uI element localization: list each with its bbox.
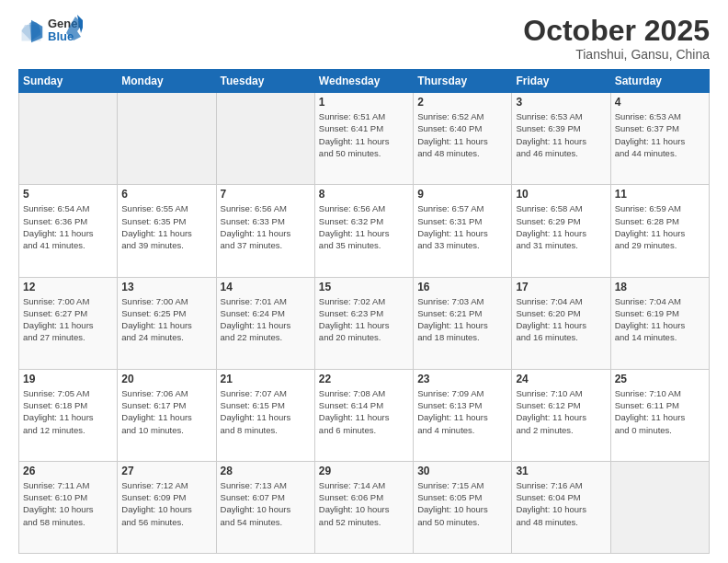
day-number: 4	[615, 96, 705, 109]
calendar-cell	[610, 461, 709, 553]
calendar-table: SundayMondayTuesdayWednesdayThursdayFrid…	[18, 69, 710, 554]
calendar-cell: 3Sunrise: 6:53 AM Sunset: 6:39 PM Daylig…	[512, 93, 610, 185]
calendar-cell: 21Sunrise: 7:07 AM Sunset: 6:15 PM Dayli…	[216, 369, 314, 461]
day-info: Sunrise: 7:01 AM Sunset: 6:24 PM Dayligh…	[221, 295, 311, 344]
logo: General Blue	[18, 15, 83, 48]
day-info: Sunrise: 7:07 AM Sunset: 6:15 PM Dayligh…	[221, 387, 311, 436]
calendar-cell: 16Sunrise: 7:03 AM Sunset: 6:21 PM Dayli…	[414, 277, 512, 369]
calendar-cell: 8Sunrise: 6:56 AM Sunset: 6:32 PM Daylig…	[314, 185, 413, 277]
day-info: Sunrise: 7:04 AM Sunset: 6:20 PM Dayligh…	[516, 295, 606, 344]
calendar-cell	[118, 93, 216, 185]
day-info: Sunrise: 7:06 AM Sunset: 6:17 PM Dayligh…	[121, 387, 211, 436]
col-header-saturday: Saturday	[610, 70, 709, 93]
day-number: 2	[417, 96, 507, 109]
day-number: 13	[121, 281, 211, 293]
header: General Blue October 2025 Tianshui, Gans…	[18, 15, 710, 62]
logo-svg: General Blue	[48, 15, 83, 48]
day-info: Sunrise: 7:04 AM Sunset: 6:19 PM Dayligh…	[615, 295, 705, 344]
day-number: 29	[319, 465, 409, 477]
day-number: 28	[221, 465, 311, 477]
calendar-cell: 31Sunrise: 7:16 AM Sunset: 6:04 PM Dayli…	[512, 461, 610, 553]
calendar-week-2: 5Sunrise: 6:54 AM Sunset: 6:36 PM Daylig…	[19, 185, 710, 277]
calendar-cell: 24Sunrise: 7:10 AM Sunset: 6:12 PM Dayli…	[512, 369, 610, 461]
calendar-cell: 11Sunrise: 6:59 AM Sunset: 6:28 PM Dayli…	[610, 185, 709, 277]
day-info: Sunrise: 7:05 AM Sunset: 6:18 PM Dayligh…	[23, 387, 113, 436]
day-number: 21	[221, 373, 311, 385]
calendar-cell: 5Sunrise: 6:54 AM Sunset: 6:36 PM Daylig…	[19, 185, 118, 277]
page: General Blue October 2025 Tianshui, Gans…	[0, 0, 728, 563]
calendar-header-row: SundayMondayTuesdayWednesdayThursdayFrid…	[19, 70, 710, 93]
col-header-sunday: Sunday	[19, 70, 118, 93]
calendar-cell: 28Sunrise: 7:13 AM Sunset: 6:07 PM Dayli…	[216, 461, 314, 553]
day-number: 24	[516, 373, 606, 385]
day-info: Sunrise: 7:16 AM Sunset: 6:04 PM Dayligh…	[516, 479, 606, 528]
calendar-cell: 2Sunrise: 6:52 AM Sunset: 6:40 PM Daylig…	[414, 93, 512, 185]
calendar-week-4: 19Sunrise: 7:05 AM Sunset: 6:18 PM Dayli…	[19, 369, 710, 461]
day-info: Sunrise: 7:10 AM Sunset: 6:11 PM Dayligh…	[615, 387, 705, 436]
calendar-cell: 17Sunrise: 7:04 AM Sunset: 6:20 PM Dayli…	[512, 277, 610, 369]
day-number: 31	[516, 465, 606, 477]
calendar-cell: 10Sunrise: 6:58 AM Sunset: 6:29 PM Dayli…	[512, 185, 610, 277]
col-header-monday: Monday	[118, 70, 216, 93]
calendar-cell: 20Sunrise: 7:06 AM Sunset: 6:17 PM Dayli…	[118, 369, 216, 461]
calendar-cell: 30Sunrise: 7:15 AM Sunset: 6:05 PM Dayli…	[414, 461, 512, 553]
day-number: 19	[23, 373, 113, 385]
day-number: 27	[121, 465, 211, 477]
day-info: Sunrise: 7:15 AM Sunset: 6:05 PM Dayligh…	[417, 479, 507, 528]
title-block: October 2025 Tianshui, Gansu, China	[523, 15, 710, 62]
location-subtitle: Tianshui, Gansu, China	[523, 47, 710, 62]
day-info: Sunrise: 6:53 AM Sunset: 6:37 PM Dayligh…	[615, 110, 705, 159]
logo-icon	[18, 18, 44, 44]
day-number: 17	[516, 281, 606, 293]
day-info: Sunrise: 7:09 AM Sunset: 6:13 PM Dayligh…	[417, 387, 507, 436]
day-info: Sunrise: 6:57 AM Sunset: 6:31 PM Dayligh…	[417, 202, 507, 251]
calendar-cell: 15Sunrise: 7:02 AM Sunset: 6:23 PM Dayli…	[314, 277, 413, 369]
day-info: Sunrise: 6:54 AM Sunset: 6:36 PM Dayligh…	[23, 202, 113, 251]
col-header-thursday: Thursday	[414, 70, 512, 93]
calendar-cell: 9Sunrise: 6:57 AM Sunset: 6:31 PM Daylig…	[414, 185, 512, 277]
day-info: Sunrise: 6:55 AM Sunset: 6:35 PM Dayligh…	[121, 202, 211, 251]
col-header-friday: Friday	[512, 70, 610, 93]
day-number: 22	[319, 373, 409, 385]
day-info: Sunrise: 6:59 AM Sunset: 6:28 PM Dayligh…	[615, 202, 705, 251]
day-number: 30	[417, 465, 507, 477]
day-info: Sunrise: 6:56 AM Sunset: 6:33 PM Dayligh…	[221, 202, 311, 251]
col-header-wednesday: Wednesday	[314, 70, 413, 93]
day-number: 15	[319, 281, 409, 293]
calendar-cell: 6Sunrise: 6:55 AM Sunset: 6:35 PM Daylig…	[118, 185, 216, 277]
day-info: Sunrise: 6:53 AM Sunset: 6:39 PM Dayligh…	[516, 110, 606, 159]
day-number: 18	[615, 281, 705, 293]
calendar-cell	[19, 93, 118, 185]
day-number: 3	[516, 96, 606, 109]
calendar-cell: 18Sunrise: 7:04 AM Sunset: 6:19 PM Dayli…	[610, 277, 709, 369]
day-number: 20	[121, 373, 211, 385]
day-info: Sunrise: 7:02 AM Sunset: 6:23 PM Dayligh…	[319, 295, 409, 344]
col-header-tuesday: Tuesday	[216, 70, 314, 93]
calendar-cell: 1Sunrise: 6:51 AM Sunset: 6:41 PM Daylig…	[314, 93, 413, 185]
calendar-cell: 19Sunrise: 7:05 AM Sunset: 6:18 PM Dayli…	[19, 369, 118, 461]
calendar-week-5: 26Sunrise: 7:11 AM Sunset: 6:10 PM Dayli…	[19, 461, 710, 553]
day-number: 5	[23, 188, 113, 201]
calendar-cell: 13Sunrise: 7:00 AM Sunset: 6:25 PM Dayli…	[118, 277, 216, 369]
calendar-cell: 7Sunrise: 6:56 AM Sunset: 6:33 PM Daylig…	[216, 185, 314, 277]
day-number: 7	[221, 188, 311, 201]
day-number: 8	[319, 188, 409, 201]
day-number: 12	[23, 281, 113, 293]
day-info: Sunrise: 7:03 AM Sunset: 6:21 PM Dayligh…	[417, 295, 507, 344]
day-number: 11	[615, 188, 705, 201]
day-info: Sunrise: 7:13 AM Sunset: 6:07 PM Dayligh…	[221, 479, 311, 528]
day-number: 23	[417, 373, 507, 385]
calendar-cell: 12Sunrise: 7:00 AM Sunset: 6:27 PM Dayli…	[19, 277, 118, 369]
day-number: 10	[516, 188, 606, 201]
day-number: 6	[121, 188, 211, 201]
day-info: Sunrise: 6:58 AM Sunset: 6:29 PM Dayligh…	[516, 202, 606, 251]
day-info: Sunrise: 7:08 AM Sunset: 6:14 PM Dayligh…	[319, 387, 409, 436]
calendar-week-1: 1Sunrise: 6:51 AM Sunset: 6:41 PM Daylig…	[19, 93, 710, 185]
day-info: Sunrise: 7:12 AM Sunset: 6:09 PM Dayligh…	[121, 479, 211, 528]
day-number: 25	[615, 373, 705, 385]
day-info: Sunrise: 6:51 AM Sunset: 6:41 PM Dayligh…	[319, 110, 409, 159]
day-number: 16	[417, 281, 507, 293]
day-info: Sunrise: 6:52 AM Sunset: 6:40 PM Dayligh…	[417, 110, 507, 159]
calendar-cell	[216, 93, 314, 185]
calendar-cell: 14Sunrise: 7:01 AM Sunset: 6:24 PM Dayli…	[216, 277, 314, 369]
